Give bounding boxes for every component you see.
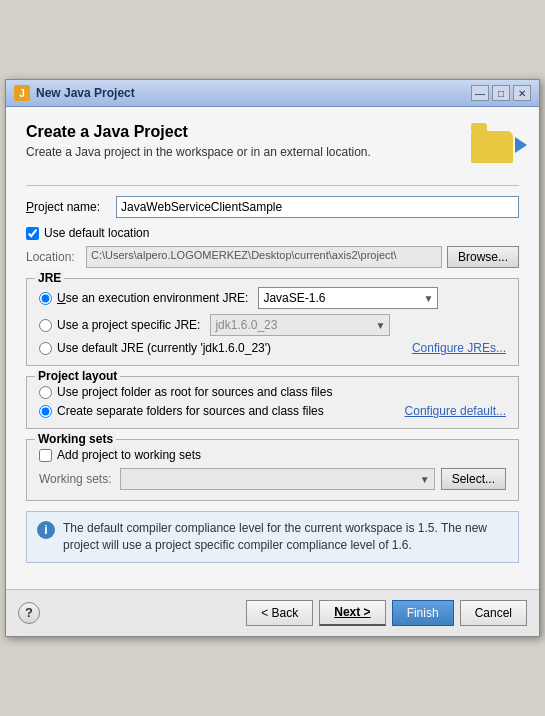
jre-section-title: JRE: [35, 271, 64, 285]
use-default-location-checkbox[interactable]: [26, 227, 39, 240]
working-sets-dropdown[interactable]: ▼: [120, 468, 435, 490]
jre-option-2-row: Use a project specific JRE: jdk1.6.0_23 …: [39, 314, 506, 336]
close-button[interactable]: ✕: [513, 85, 531, 101]
footer: ? < Back Next > Finish Cancel: [6, 589, 539, 636]
jre-execution-env-label: Use an execution environment JRE:: [57, 291, 248, 305]
location-label: Location:: [26, 250, 81, 264]
project-name-label: Project name:: [26, 200, 116, 214]
layout-separate-folders-label: Create separate folders for sources and …: [57, 404, 324, 418]
jre-execution-env-radio[interactable]: [39, 292, 52, 305]
jre-section: JRE Use an execution environment JRE: Ja…: [26, 278, 519, 366]
jre-default-radio[interactable]: [39, 342, 52, 355]
layout-project-root-label: Use project folder as root for sources a…: [57, 385, 332, 399]
working-sets-label: Working sets:: [39, 472, 114, 486]
location-input[interactable]: C:\Users\alpero.LOGOMERKEZ\Desktop\curre…: [86, 246, 442, 268]
working-sets-arrow-icon: ▼: [420, 474, 430, 485]
page-subtitle: Create a Java project in the workspace o…: [26, 145, 371, 159]
jre-project-specific-label: Use a project specific JRE:: [57, 318, 200, 332]
configure-default-link[interactable]: Configure default...: [405, 404, 506, 418]
help-button[interactable]: ?: [18, 602, 40, 624]
jre-execution-env-dropdown[interactable]: JavaSE-1.6 ▼: [258, 287, 438, 309]
arrow-icon: [515, 137, 527, 153]
title-bar: J New Java Project — □ ✕: [6, 80, 539, 107]
next-button[interactable]: Next >: [319, 600, 385, 626]
use-default-location-row: Use default location: [26, 226, 519, 240]
jre-default-row: Use default JRE (currently 'jdk1.6.0_23'…: [39, 341, 412, 355]
add-working-sets-checkbox[interactable]: [39, 449, 52, 462]
project-layout-section-title: Project layout: [35, 369, 120, 383]
next-label: Next >: [334, 605, 370, 619]
layout-separate-folders-radio[interactable]: [39, 405, 52, 418]
info-icon: i: [37, 521, 55, 539]
jre-default-label: Use default JRE (currently 'jdk1.6.0_23'…: [57, 341, 271, 355]
dropdown-arrow-icon: ▼: [424, 293, 434, 304]
add-working-sets-row: Add project to working sets: [39, 448, 506, 462]
layout-option-1-row: Use project folder as root for sources a…: [39, 385, 506, 399]
layout-option-2-row: Create separate folders for sources and …: [39, 404, 506, 418]
configure-jres-link[interactable]: Configure JREs...: [412, 341, 506, 355]
jre-project-specific-radio[interactable]: [39, 319, 52, 332]
minimize-button[interactable]: —: [471, 85, 489, 101]
back-button[interactable]: < Back: [246, 600, 313, 626]
page-title: Create a Java Project: [26, 123, 371, 141]
header-divider: [26, 185, 519, 186]
add-working-sets-label[interactable]: Add project to working sets: [57, 448, 201, 462]
dialog-content: Create a Java Project Create a Java proj…: [6, 107, 539, 589]
header-icon: [471, 123, 519, 171]
layout-project-root-radio[interactable]: [39, 386, 52, 399]
page-header: Create a Java Project Create a Java proj…: [26, 123, 519, 171]
layout-separate-folders-row: Create separate folders for sources and …: [39, 404, 405, 418]
jre-option-3-row: Use default JRE (currently 'jdk1.6.0_23'…: [39, 341, 506, 355]
jre-option-1-row: Use an execution environment JRE: JavaSE…: [39, 287, 506, 309]
use-default-location-label[interactable]: Use default location: [44, 226, 149, 240]
folder-icon: [471, 131, 513, 163]
working-sets-section: Working sets Add project to working sets…: [26, 439, 519, 501]
header-text: Create a Java Project Create a Java proj…: [26, 123, 371, 169]
main-window: J New Java Project — □ ✕ Create a Java P…: [5, 79, 540, 637]
finish-button[interactable]: Finish: [392, 600, 454, 626]
dropdown-arrow-2-icon: ▼: [375, 320, 385, 331]
project-layout-section: Project layout Use project folder as roo…: [26, 376, 519, 429]
project-name-input[interactable]: [116, 196, 519, 218]
info-text: The default compiler compliance level fo…: [63, 520, 508, 554]
project-name-row: Project name:: [26, 196, 519, 218]
browse-button[interactable]: Browse...: [447, 246, 519, 268]
select-working-sets-button[interactable]: Select...: [441, 468, 506, 490]
location-row: Location: C:\Users\alpero.LOGOMERKEZ\Des…: [26, 246, 519, 268]
working-sets-input-row: Working sets: ▼ Select...: [39, 468, 506, 490]
working-sets-section-title: Working sets: [35, 432, 116, 446]
jre-project-specific-dropdown[interactable]: jdk1.6.0_23 ▼: [210, 314, 390, 336]
window-icon: J: [14, 85, 30, 101]
maximize-button[interactable]: □: [492, 85, 510, 101]
info-box: i The default compiler compliance level …: [26, 511, 519, 563]
cancel-button[interactable]: Cancel: [460, 600, 527, 626]
window-title: New Java Project: [36, 86, 465, 100]
window-controls: — □ ✕: [471, 85, 531, 101]
